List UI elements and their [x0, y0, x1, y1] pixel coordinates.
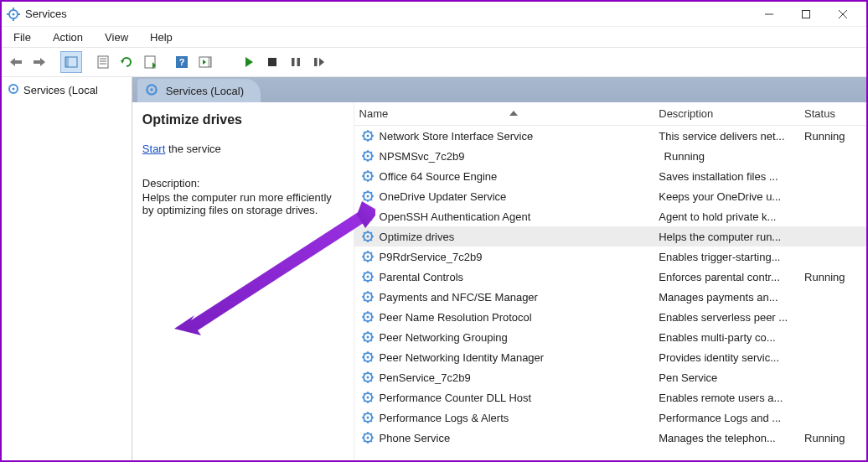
- close-button[interactable]: [824, 3, 861, 26]
- svg-line-186: [364, 421, 365, 423]
- service-name: OpenSSH Authentication Agent: [380, 210, 531, 223]
- svg-marker-33: [319, 58, 324, 66]
- svg-line-145: [370, 340, 372, 342]
- start-service-button[interactable]: [238, 51, 260, 73]
- gear-icon: [361, 129, 375, 143]
- gear-icon: [361, 350, 375, 364]
- service-row[interactable]: Peer Networking Identity ManagerProvides…: [354, 347, 866, 367]
- pause-service-button[interactable]: [285, 51, 307, 73]
- service-description: Helps the computer run...: [654, 231, 799, 243]
- svg-line-87: [370, 212, 372, 214]
- column-status[interactable]: Status: [799, 107, 866, 120]
- svg-line-55: [370, 159, 372, 161]
- show-hide-tree-button[interactable]: [60, 51, 82, 73]
- service-name: Network Store Interface Service: [380, 130, 534, 143]
- svg-line-164: [364, 373, 365, 375]
- export-list-button[interactable]: [139, 51, 161, 73]
- service-description: Manages the telephon...: [654, 432, 799, 444]
- service-name: Peer Name Resolution Protocol: [380, 311, 532, 324]
- svg-line-187: [370, 413, 372, 415]
- service-row[interactable]: Office 64 Source EngineSaves installatio…: [354, 166, 866, 186]
- maximize-button[interactable]: [788, 3, 824, 26]
- svg-line-67: [370, 172, 372, 174]
- svg-line-136: [364, 320, 365, 322]
- start-rest: the service: [165, 143, 220, 155]
- back-button[interactable]: [5, 51, 27, 73]
- column-description[interactable]: Description: [654, 107, 799, 120]
- svg-point-169: [366, 397, 369, 399]
- svg-point-35: [13, 88, 15, 91]
- gear-icon: [361, 431, 375, 444]
- svg-line-114: [364, 273, 365, 274]
- forward-button[interactable]: [28, 51, 50, 73]
- svg-point-89: [366, 236, 369, 238]
- service-row[interactable]: Payments and NFC/SE ManagerManages payme…: [354, 287, 866, 307]
- service-row[interactable]: Peer Networking GroupingEnables multi-pa…: [354, 327, 866, 347]
- restart-service-button[interactable]: [308, 51, 330, 73]
- svg-line-194: [364, 433, 365, 435]
- minimize-button[interactable]: [751, 3, 788, 26]
- svg-line-155: [370, 361, 372, 362]
- start-service-line: Start the service: [142, 143, 344, 155]
- action-pane-button[interactable]: [194, 51, 216, 73]
- refresh-button[interactable]: [116, 51, 137, 73]
- svg-line-115: [370, 280, 372, 282]
- service-description: Keeps your OneDrive u...: [654, 190, 799, 203]
- svg-point-79: [366, 215, 369, 218]
- service-name: Payments and NFC/SE Manager: [380, 291, 538, 304]
- console-tree[interactable]: Services (Local: [2, 77, 132, 460]
- help-button[interactable]: ?: [171, 51, 193, 73]
- svg-line-127: [370, 293, 372, 294]
- svg-marker-20: [121, 60, 124, 64]
- service-name: Phone Service: [380, 432, 451, 444]
- gear-icon: [361, 330, 375, 344]
- service-description: Performance Logs and ...: [654, 412, 799, 424]
- svg-line-144: [364, 333, 365, 335]
- services-app-icon: [7, 8, 20, 21]
- svg-point-59: [366, 175, 369, 178]
- service-row[interactable]: P9RdrService_7c2b9Enables trigger-starti…: [354, 247, 866, 267]
- service-status: Running: [799, 271, 866, 283]
- svg-point-139: [366, 336, 369, 339]
- svg-rect-29: [268, 58, 276, 66]
- menu-view[interactable]: View: [100, 29, 133, 45]
- service-row[interactable]: OneDrive Updater ServiceKeeps your OneDr…: [354, 186, 866, 206]
- menu-help[interactable]: Help: [145, 29, 178, 45]
- service-row[interactable]: Peer Name Resolution ProtocolEnables ser…: [354, 307, 866, 327]
- service-row[interactable]: Performance Logs & AlertsPerformance Log…: [354, 407, 866, 428]
- service-row[interactable]: Phone ServiceManages the telephon...Runn…: [354, 428, 866, 448]
- menu-action[interactable]: Action: [48, 29, 88, 45]
- menu-file[interactable]: File: [8, 29, 36, 45]
- svg-point-99: [366, 256, 369, 258]
- tree-node-services-local[interactable]: Services (Local: [2, 80, 132, 100]
- column-name[interactable]: Name: [354, 107, 654, 120]
- service-description: Enables serverless peer ...: [654, 311, 799, 324]
- svg-line-56: [364, 159, 365, 161]
- service-row[interactable]: Network Store Interface ServiceThis serv…: [354, 126, 866, 146]
- service-row[interactable]: Parental ControlsEnforces parental contr…: [354, 267, 866, 287]
- service-row[interactable]: PenService_7c2b9Pen Service: [354, 367, 866, 387]
- list-header: Name Description Status: [354, 102, 866, 126]
- properties-button[interactable]: [92, 51, 114, 73]
- start-service-link[interactable]: Start: [142, 143, 165, 155]
- service-row[interactable]: Performance Counter DLL HostEnables remo…: [354, 387, 866, 407]
- svg-line-85: [370, 220, 372, 221]
- titlebar[interactable]: Services: [2, 2, 866, 27]
- list-rows[interactable]: Network Store Interface ServiceThis serv…: [354, 126, 866, 460]
- service-description: Agent to hold private k...: [654, 210, 799, 223]
- svg-point-37: [150, 88, 152, 91]
- tab-services-local[interactable]: Services (Local): [137, 79, 261, 102]
- service-row[interactable]: OpenSSH Authentication AgentAgent to hol…: [354, 206, 866, 226]
- service-row[interactable]: Optimize drivesHelps the computer run...: [354, 226, 866, 247]
- service-row[interactable]: NPSMSvc_7c2b9Running: [354, 146, 866, 166]
- service-name: Peer Networking Grouping: [380, 331, 508, 344]
- svg-line-157: [370, 353, 372, 355]
- svg-line-125: [370, 300, 372, 302]
- svg-point-119: [366, 296, 369, 298]
- stop-service-button[interactable]: [261, 51, 283, 73]
- svg-rect-15: [65, 57, 69, 67]
- service-description: Enables trigger-starting...: [654, 251, 799, 263]
- svg-rect-26: [208, 57, 211, 67]
- svg-point-149: [366, 356, 369, 359]
- svg-line-76: [364, 200, 365, 201]
